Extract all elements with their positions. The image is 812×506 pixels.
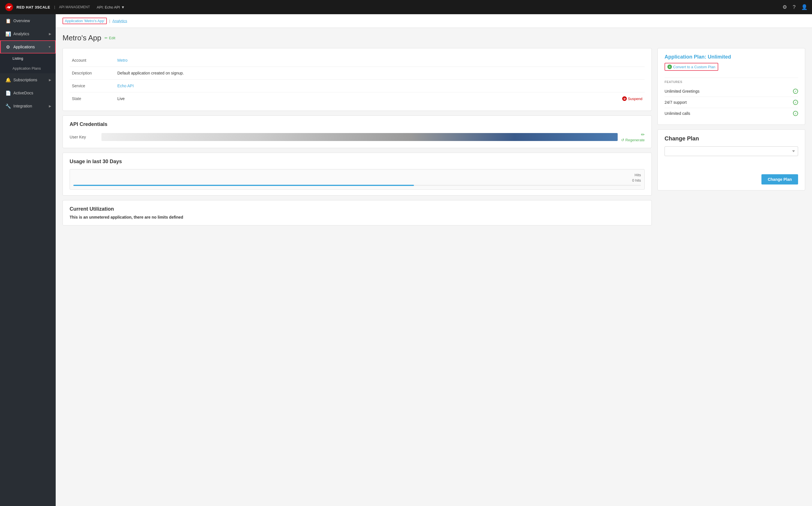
usage-title: Usage in last 30 Days [70,159,645,165]
credentials-row: User Key ✏ ↺ Regenerate [70,132,645,142]
service-label: Service [70,80,115,92]
feature-check-greetings: ✓ [793,89,798,94]
edit-link[interactable]: ✏ Edit [105,36,115,40]
change-plan-footer: Change Plan [665,172,798,184]
left-column: Account Metro Description Default applic… [63,48,652,230]
feature-row-support: 24/7 support ✓ [665,97,798,108]
api-credentials-card: API Credentials User Key ✏ ↺ Regenerate [63,115,652,148]
table-row-description: Description Default application created … [70,67,645,80]
sidebar-label-activedocs: ActiveDocs [13,91,51,95]
applications-subitems: Listing Application Plans [0,54,56,73]
api-credentials-body: API Credentials User Key ✏ ↺ Regenerate [63,116,651,148]
api-selector[interactable]: API: Echo API ▼ [97,5,125,9]
usage-chart: Hits 0 hits [70,169,645,190]
two-col-layout: Account Metro Description Default applic… [63,48,805,230]
sidebar-subitem-listing[interactable]: Listing [0,54,56,63]
convert-to-custom-plan-button[interactable]: + Convert to a Custom Plan [665,63,718,71]
application-plan-card: Application Plan: Unlimited + Convert to… [657,48,805,125]
redhat-logo [5,3,14,12]
settings-icon[interactable]: ⚙ [783,4,787,10]
change-plan-body: Change Plan Change Plan [658,130,805,190]
suspend-button[interactable]: ⊘ Suspend [622,96,642,101]
change-plan-title: Change Plan [665,135,798,142]
usage-bar-track [73,185,641,186]
applications-icon: ⚙ [5,45,10,50]
integration-arrow: ▶ [49,104,51,108]
usage-card: Usage in last 30 Days Hits 0 hits [63,153,652,195]
content-area: Metro's App ✏ Edit Account [56,28,812,236]
main-content: Application 'Metro's App' | Analytics Me… [56,14,812,506]
activedocs-icon: 📄 [5,90,10,95]
utilization-card: Current Utilization This is an unmetered… [63,200,652,226]
plan-card-body: Application Plan: Unlimited + Convert to… [658,48,805,124]
features-label: Features [665,80,798,84]
key-edit-icon[interactable]: ✏ [641,132,645,137]
feature-row-greetings: Unlimited Greetings ✓ [665,86,798,97]
analytics-arrow: ▶ [49,32,51,36]
feature-label-calls: Unlimited calls [665,111,690,116]
sidebar-item-applications[interactable]: ⚙ Applications ▼ [0,40,56,54]
sidebar-item-subscriptions[interactable]: 🔔 Subscriptions ▶ [0,73,56,86]
regenerate-icon: ↺ [621,138,624,142]
account-value[interactable]: Metro [117,58,127,63]
help-icon[interactable]: ? [793,4,796,10]
service-value[interactable]: Echo API [117,84,134,88]
sidebar-label-overview: Overview [13,18,51,23]
api-label: API: Echo API [97,5,120,9]
feature-row-calls: Unlimited calls ✓ [665,108,798,119]
change-plan-button[interactable]: Change Plan [762,174,798,184]
breadcrumb: Application 'Metro's App' | Analytics [56,14,812,28]
table-row-service: Service Echo API [70,80,645,92]
breadcrumb-sep: | [109,19,110,23]
sidebar-item-activedocs[interactable]: 📄 ActiveDocs [0,86,56,99]
subscriptions-arrow: ▶ [49,78,51,82]
analytics-icon: 📊 [5,31,10,36]
user-key-label: User Key [70,135,98,139]
utilization-body: Current Utilization This is an unmetered… [63,200,651,225]
usage-bar-fill [73,185,414,186]
sidebar-label-analytics: Analytics [13,31,46,36]
user-icon[interactable]: 👤 [801,4,807,10]
sidebar-item-integration[interactable]: 🔧 Integration ▶ [0,99,56,112]
brand-title: RED HAT 3SCALE [16,5,50,9]
user-key-value [101,133,618,141]
feature-check-calls: ✓ [793,111,798,116]
info-table: Account Metro Description Default applic… [70,54,645,105]
overview-icon: 📋 [5,18,10,23]
description-label: Description [70,67,115,80]
breadcrumb-analytics-link[interactable]: Analytics [112,19,127,23]
chart-label: Hits [73,173,641,177]
usage-body: Usage in last 30 Days Hits 0 hits [63,153,651,195]
sidebar-label-subscriptions: Subscriptions [13,78,46,82]
table-row-state: State Live ⊘ Suspend [70,92,645,105]
integration-icon: 🔧 [5,103,10,108]
page-title-row: Metro's App ✏ Edit [63,33,805,43]
brand-sep: | [54,5,55,9]
regenerate-link[interactable]: ↺ Regenerate [621,138,645,142]
nav-icons: ⚙ ? 👤 [783,4,807,10]
account-label: Account [70,54,115,67]
sidebar-item-overview[interactable]: 📋 Overview [0,14,56,27]
sidebar-label-applications: Applications [13,45,45,49]
svg-point-1 [8,7,10,8]
feature-check-support: ✓ [793,100,798,105]
sidebar-label-integration: Integration [13,104,46,108]
sidebar-subitem-application-plans[interactable]: Application Plans [0,63,56,73]
brand-subtitle: API MANAGEMENT [59,5,90,9]
convert-plus-icon: + [668,65,672,69]
description-value: Default application created on signup. [115,67,645,80]
hits-value: 0 hits [73,178,641,182]
utilization-title: Current Utilization [70,206,645,212]
change-plan-card: Change Plan Change Plan [657,129,805,190]
breadcrumb-app-link[interactable]: Application 'Metro's App' [63,18,107,24]
sidebar-item-analytics[interactable]: 📊 Analytics ▶ [0,27,56,40]
plan-title: Application Plan: Unlimited [665,54,798,60]
info-card: Account Metro Description Default applic… [63,48,652,111]
suspend-label: Suspend [628,97,642,101]
feature-label-greetings: Unlimited Greetings [665,89,700,93]
info-card-body: Account Metro Description Default applic… [63,48,651,110]
applications-arrow: ▼ [48,45,51,49]
plan-select[interactable] [665,146,798,156]
table-row-account: Account Metro [70,54,645,67]
plan-select-spacer [665,161,798,172]
